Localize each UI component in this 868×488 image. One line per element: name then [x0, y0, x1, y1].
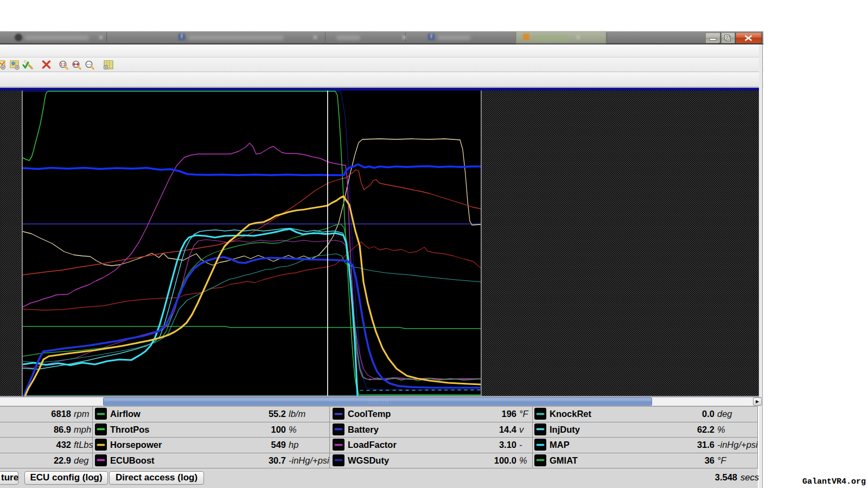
svg-text:1:1: 1:1 [60, 62, 66, 66]
